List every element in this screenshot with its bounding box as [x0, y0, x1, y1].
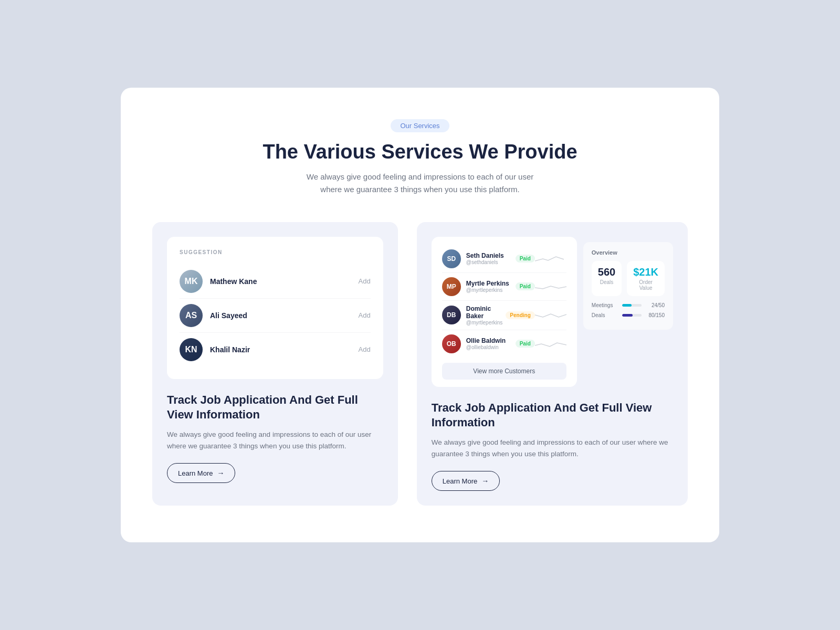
left-card-description: We always give good feeling and impressi… [167, 429, 383, 452]
person-name: Ali Sayeed [210, 311, 359, 320]
add-button[interactable]: Add [359, 311, 371, 319]
left-service-card: SUGGESTION MK Mathew Kane Add AS Ali Say… [152, 222, 398, 506]
meetings-bar-fill [622, 304, 632, 307]
right-learn-more-button[interactable]: Learn More → [432, 471, 500, 491]
customer-info: Seth Daniels @sethdaniels [466, 252, 512, 265]
progress-section: Meetings 24/50 Deals [592, 302, 665, 318]
list-item: SD Seth Daniels @sethdaniels Paid [442, 245, 566, 273]
crm-widget: SD Seth Daniels @sethdaniels Paid [432, 237, 577, 387]
customer-info: Dominic Baker @myrtleperkins [466, 305, 503, 326]
stats-row: 560 Deals $21K Order Value [592, 261, 665, 296]
cards-grid: SUGGESTION MK Mathew Kane Add AS Ali Say… [152, 222, 688, 506]
list-item: MP Myrtle Perkins @myrtleperkins Paid [442, 273, 566, 301]
sparkline-icon [535, 281, 566, 292]
deals-progress: Deals 80/150 [592, 312, 665, 318]
status-badge: Pending [506, 311, 534, 319]
deals-value: 560 [598, 266, 615, 278]
deals-progress-value: 80/150 [646, 312, 665, 318]
avatar: AS [180, 304, 203, 327]
customer-handle: @olliebaldwin [466, 344, 512, 350]
status-badge: Paid [516, 340, 535, 348]
avatar: MP [442, 277, 461, 296]
section-title: The Various Services We Provide [152, 141, 688, 163]
avatar: DB [442, 306, 461, 324]
arrow-icon: → [217, 469, 224, 477]
customer-handle: @myrtleperkins [466, 320, 503, 326]
deals-bar-bg [622, 314, 642, 317]
customer-name: Dominic Baker [466, 305, 503, 320]
learn-more-label: Learn More [178, 469, 213, 477]
meetings-bar-bg [622, 304, 642, 307]
order-label: Order Value [633, 279, 658, 291]
crm-list-panel: SD Seth Daniels @sethdaniels Paid [432, 237, 577, 387]
customer-handle: @sethdaniels [466, 259, 512, 265]
avatar: SD [442, 249, 461, 268]
order-value-stat: $21K Order Value [627, 261, 665, 296]
add-button[interactable]: Add [359, 277, 371, 285]
customer-name: Seth Daniels [466, 252, 512, 259]
deals-bar-fill [622, 314, 633, 317]
overview-widget: Overview 560 Deals $21K Order Value [583, 242, 673, 330]
right-service-card: SD Seth Daniels @sethdaniels Paid [417, 222, 688, 506]
customer-name: Myrtle Perkins [466, 280, 512, 287]
add-button[interactable]: Add [359, 345, 371, 353]
deals-progress-label: Deals [592, 312, 618, 318]
meetings-label: Meetings [592, 302, 618, 308]
left-card-title: Track Job Application And Get Full View … [167, 393, 383, 423]
meetings-value: 24/50 [646, 302, 665, 308]
overview-panel: Overview 560 Deals $21K Order Value [583, 237, 673, 387]
suggestion-label: SUGGESTION [180, 249, 371, 255]
status-badge: Paid [516, 255, 535, 262]
sparkline-icon [535, 339, 566, 349]
right-card-title: Track Job Application And Get Full View … [432, 401, 673, 430]
left-card-body: Track Job Application And Get Full View … [167, 393, 383, 483]
status-badge: Paid [516, 282, 535, 290]
list-item: DB Dominic Baker @myrtleperkins Pending [442, 301, 566, 330]
customer-info: Myrtle Perkins @myrtleperkins [466, 280, 512, 293]
person-name: Mathew Kane [210, 277, 359, 286]
list-item: OB Ollie Baldwin @olliebaldwin Paid [442, 330, 566, 358]
section-header: Our Services The Various Services We Pro… [152, 119, 688, 196]
arrow-icon: → [481, 477, 489, 485]
list-item: AS Ali Sayeed Add [180, 299, 371, 333]
crm-widget-container: SD Seth Daniels @sethdaniels Paid [432, 237, 673, 387]
list-item: MK Mathew Kane Add [180, 265, 371, 299]
right-card-body: Track Job Application And Get Full View … [432, 401, 673, 491]
left-learn-more-button[interactable]: Learn More → [167, 463, 235, 483]
suggestion-widget: SUGGESTION MK Mathew Kane Add AS Ali Say… [167, 237, 383, 379]
customer-name: Ollie Baldwin [466, 337, 512, 344]
person-name: Khalil Nazir [210, 345, 359, 354]
section-description: We always give good feeling and impressi… [152, 171, 688, 196]
overview-label: Overview [592, 249, 665, 256]
page-card: Our Services The Various Services We Pro… [121, 88, 719, 542]
sparkline-icon [535, 254, 566, 264]
avatar: MK [180, 270, 203, 293]
avatar: KN [180, 338, 203, 361]
sparkline-icon [535, 310, 566, 320]
crm-list: SD Seth Daniels @sethdaniels Paid [432, 237, 577, 363]
order-value: $21K [633, 266, 658, 278]
customer-handle: @myrtleperkins [466, 287, 512, 293]
deals-label: Deals [598, 279, 615, 285]
avatar: OB [442, 334, 461, 353]
meetings-progress: Meetings 24/50 [592, 302, 665, 308]
section-badge: Our Services [391, 119, 449, 132]
customer-info: Ollie Baldwin @olliebaldwin [466, 337, 512, 350]
list-item: KN Khalil Nazir Add [180, 333, 371, 366]
learn-more-label: Learn More [443, 477, 477, 485]
view-more-customers-button[interactable]: View more Customers [442, 363, 566, 380]
right-card-description: We always give good feeling and impressi… [432, 437, 673, 459]
deals-stat: 560 Deals [592, 261, 622, 296]
